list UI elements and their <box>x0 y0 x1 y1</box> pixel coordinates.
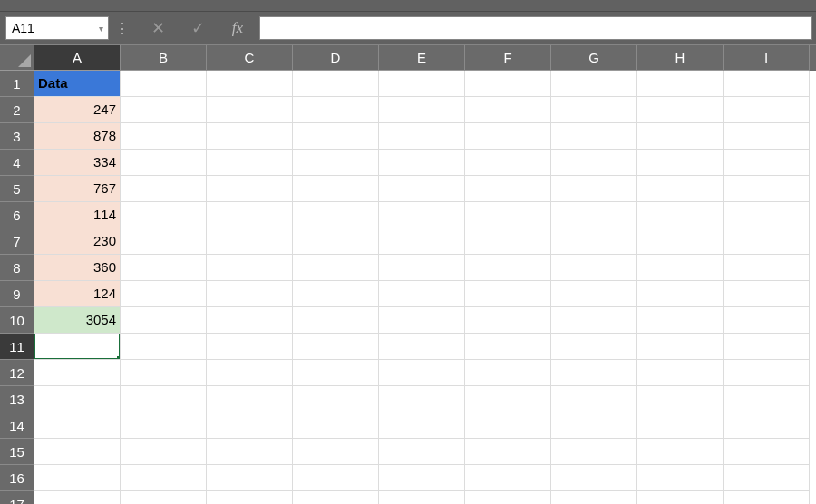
cell-i6[interactable] <box>724 202 810 228</box>
cell-c1[interactable] <box>207 71 293 97</box>
cell-b9[interactable] <box>121 281 207 307</box>
cell-h4[interactable] <box>637 150 724 176</box>
cell-e11[interactable] <box>379 334 465 360</box>
cell-d17[interactable] <box>293 491 379 504</box>
cell-d10[interactable] <box>293 307 379 334</box>
cell-g2[interactable] <box>551 97 637 123</box>
cell-c9[interactable] <box>207 281 293 307</box>
cell-h13[interactable] <box>637 386 724 412</box>
cell-i16[interactable] <box>724 465 810 491</box>
cell-e15[interactable] <box>379 439 465 465</box>
cell-e12[interactable] <box>379 360 465 386</box>
row-header-9[interactable]: 9 <box>0 281 34 307</box>
cell-c2[interactable] <box>207 97 293 123</box>
cell-i17[interactable] <box>724 491 810 504</box>
cell-c10[interactable] <box>207 307 293 334</box>
cell-a11[interactable] <box>34 334 121 360</box>
cell-g7[interactable] <box>551 228 637 255</box>
cell-d6[interactable] <box>293 202 379 228</box>
cell-a1[interactable]: Data <box>34 71 121 97</box>
cell-f15[interactable] <box>465 439 551 465</box>
cell-c5[interactable] <box>207 176 293 202</box>
cell-i7[interactable] <box>724 228 810 255</box>
cell-b12[interactable] <box>121 360 207 386</box>
cell-f11[interactable] <box>465 334 551 360</box>
cell-b14[interactable] <box>121 412 207 439</box>
cell-c7[interactable] <box>207 228 293 255</box>
formula-input[interactable] <box>259 16 812 40</box>
cell-f5[interactable] <box>465 176 551 202</box>
cell-d7[interactable] <box>293 228 379 255</box>
cell-h11[interactable] <box>637 334 724 360</box>
cell-f17[interactable] <box>465 491 551 504</box>
cell-a4[interactable]: 334 <box>34 150 121 176</box>
cell-i8[interactable] <box>724 255 810 281</box>
cell-b11[interactable] <box>121 334 207 360</box>
cell-a8[interactable]: 360 <box>34 255 121 281</box>
cell-g14[interactable] <box>551 412 637 439</box>
cell-b16[interactable] <box>121 465 207 491</box>
column-header-e[interactable]: E <box>379 45 465 71</box>
cell-d5[interactable] <box>293 176 379 202</box>
cell-d9[interactable] <box>293 281 379 307</box>
cell-i12[interactable] <box>724 360 810 386</box>
cell-i14[interactable] <box>724 412 810 439</box>
cell-c3[interactable] <box>207 123 293 150</box>
cell-e5[interactable] <box>379 176 465 202</box>
cell-g17[interactable] <box>551 491 637 504</box>
row-header-14[interactable]: 14 <box>0 412 34 439</box>
row-header-12[interactable]: 12 <box>0 360 34 386</box>
cell-d14[interactable] <box>293 412 379 439</box>
cell-f8[interactable] <box>465 255 551 281</box>
cell-b3[interactable] <box>121 123 207 150</box>
cell-c14[interactable] <box>207 412 293 439</box>
cell-e1[interactable] <box>379 71 465 97</box>
cell-i11[interactable] <box>724 334 810 360</box>
cell-d8[interactable] <box>293 255 379 281</box>
cell-g4[interactable] <box>551 150 637 176</box>
cell-d16[interactable] <box>293 465 379 491</box>
cell-g6[interactable] <box>551 202 637 228</box>
cell-g11[interactable] <box>551 334 637 360</box>
cell-i2[interactable] <box>724 97 810 123</box>
cell-b13[interactable] <box>121 386 207 412</box>
cell-a2[interactable]: 247 <box>34 97 121 123</box>
cell-h10[interactable] <box>637 307 724 334</box>
column-header-g[interactable]: G <box>551 45 637 71</box>
cell-d1[interactable] <box>293 71 379 97</box>
cell-h3[interactable] <box>637 123 724 150</box>
cell-d2[interactable] <box>293 97 379 123</box>
cell-b15[interactable] <box>121 439 207 465</box>
column-header-d[interactable]: D <box>293 45 379 71</box>
cell-d3[interactable] <box>293 123 379 150</box>
cell-c6[interactable] <box>207 202 293 228</box>
cell-g8[interactable] <box>551 255 637 281</box>
cell-e10[interactable] <box>379 307 465 334</box>
row-header-6[interactable]: 6 <box>0 202 34 228</box>
cell-g3[interactable] <box>551 123 637 150</box>
cell-h1[interactable] <box>637 71 724 97</box>
cell-e16[interactable] <box>379 465 465 491</box>
cell-g16[interactable] <box>551 465 637 491</box>
cell-i4[interactable] <box>724 150 810 176</box>
column-header-c[interactable]: C <box>207 45 293 71</box>
cell-h16[interactable] <box>637 465 724 491</box>
cell-b8[interactable] <box>121 255 207 281</box>
cell-a5[interactable]: 767 <box>34 176 121 202</box>
row-header-11[interactable]: 11 <box>0 334 34 360</box>
column-header-i[interactable]: I <box>724 45 810 71</box>
cell-d4[interactable] <box>293 150 379 176</box>
cell-e9[interactable] <box>379 281 465 307</box>
cell-a10[interactable]: 3054 <box>34 307 121 334</box>
cell-grid[interactable]: Data2478783347671142303601243054 <box>34 71 816 504</box>
row-header-13[interactable]: 13 <box>0 386 34 412</box>
cell-f16[interactable] <box>465 465 551 491</box>
cell-i3[interactable] <box>724 123 810 150</box>
column-header-f[interactable]: F <box>465 45 551 71</box>
cell-d12[interactable] <box>293 360 379 386</box>
cell-e14[interactable] <box>379 412 465 439</box>
name-box[interactable]: A11 ▾ <box>5 16 109 40</box>
cell-e17[interactable] <box>379 491 465 504</box>
cell-i9[interactable] <box>724 281 810 307</box>
cell-a16[interactable] <box>34 465 121 491</box>
